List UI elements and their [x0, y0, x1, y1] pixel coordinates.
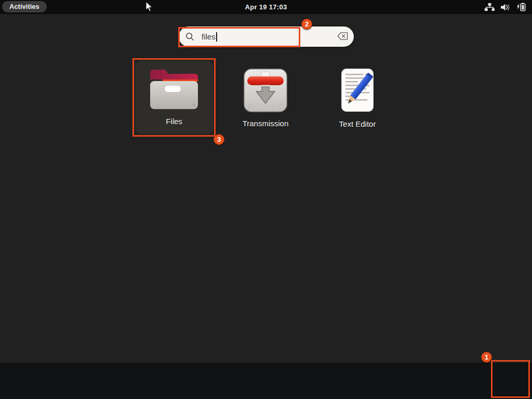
annotation-rect-search [178, 27, 300, 47]
annotation-rect-show-applications [491, 360, 530, 398]
mouse-cursor [145, 1, 154, 13]
transmission-icon [243, 68, 288, 113]
transmission-app-result[interactable]: Transmission [224, 68, 307, 128]
top-bar: Activities Apr 19 17:03 [0, 0, 532, 14]
network-wired-icon[interactable] [484, 3, 495, 11]
app-label-transmission: Transmission [243, 119, 289, 128]
clock[interactable]: Apr 19 17:03 [245, 0, 287, 14]
text-editor-app-result[interactable]: Text Editor [316, 68, 399, 128]
battery-icon[interactable] [516, 3, 527, 11]
dock: A ? ♻ [0, 363, 532, 399]
annotation-badge-2: 2 [301, 19, 312, 30]
app-label-text-editor: Text Editor [339, 119, 376, 128]
text-editor-icon [341, 68, 374, 112]
annotation-badge-1: 1 [481, 352, 492, 363]
ubuntu-activities-overview: Activities Apr 19 17:03 [0, 0, 532, 399]
annotation-rect-files [132, 58, 216, 137]
system-tray[interactable] [484, 0, 527, 14]
backspace-icon[interactable] [337, 32, 348, 41]
volume-icon[interactable] [500, 3, 510, 11]
annotation-badge-3: 3 [214, 134, 224, 145]
activities-button[interactable]: Activities [2, 1, 47, 12]
